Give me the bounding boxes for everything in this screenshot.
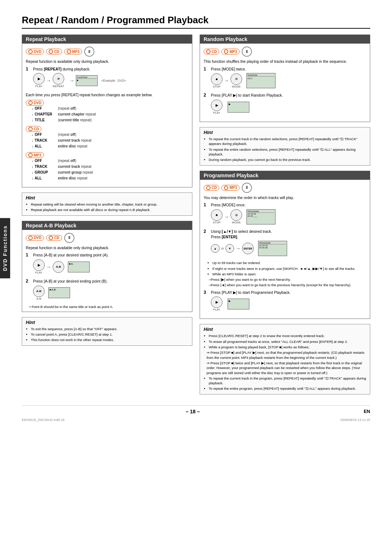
prog-hint-4: ⇒ Press [STOP ■] and [PLAY ▶] next, so t… [207,350,366,360]
cd-off-row: ↓ OFF (repeat off) [32,132,188,138]
random-step2-diagram: ▶ PLAY ▶ [211,100,366,114]
prog-notes-list: Up to 99 tracks can be ordered. If eight… [207,260,366,287]
prog-step3-text: Press [PLAY ▶] to start Programmed Playb… [211,290,366,295]
ab-button-icon: A-B [53,261,64,273]
prog-or-text: or [221,247,224,250]
random-step2-num: 2 [204,93,209,98]
prog-play-screen: ▶ [228,299,249,309]
mp3-all-row: ↓ ALL entire disc repeat [32,175,188,181]
arrow1: → [46,78,51,84]
ab-hint-3: This function does not work in the other… [31,337,188,342]
repeat-playback-header: Repeat Playback [22,35,192,44]
repeat-media-icons: DVD CD MP3 🎛 [26,46,188,57]
play-btn-group: ▶ PLAY [33,73,45,88]
random-stop-icon: ■ [211,73,222,85]
dvd-group-badge: DVD [26,100,188,106]
repeat-ab-header: Repeat A-B Playback [22,221,192,230]
mp3-track-key: TRACK [35,164,57,170]
random-step1: 1 Press [MODE] twice. ■ STOP → ⊙ MODE [204,66,366,90]
prog-step2-content: Using [▲/▼] to select desired track.Pres… [211,229,366,258]
dvd-off-row: ↓ OFF (repeat off) [32,106,188,112]
repeat-hint-list: Repeat setting will be cleared when movi… [26,202,188,212]
side-tab: DVD Functions [0,218,10,278]
ab-step2-text: Press [A-B] at your desired ending point… [33,279,188,284]
ab-hint-box: Hint To exit the sequence, press [A-B] s… [22,317,192,346]
repeat-step1: 1 Press [REPEAT] during playback. ▶ PLAY… [26,66,188,90]
mp3-off-key: OFF [35,158,57,164]
prog-step3-content: Press [PLAY ▶] to start Programmed Playb… [211,290,366,313]
ab-step2-num: 2 [26,279,31,284]
step1-diagram: ▶ PLAY → ⟳ REPEAT → CHAPTER ▶ [33,73,188,88]
prog-step1-num: 1 [204,202,209,207]
dvd-chapter-key: CHAPTER [35,112,57,117]
random-stop-group: ■ STOP [211,73,222,88]
random-playback-body: CD MP3 🎛 This function shuffles the play… [200,44,370,122]
random-hint-1: To repeat the current track in the rando… [209,137,366,146]
prog-hint-list: Press [CLEAR/C.RESET] at step 2 to erase… [204,333,366,391]
ab-hint-title: Hint [26,320,188,325]
prog-enter-icon: ENTER [242,243,254,254]
ab-intro: Repeat function is available only during… [26,245,188,251]
right-column: Random Playback CD MP3 🎛 This function s… [200,35,370,400]
prog-down-group: ▼ [225,244,234,253]
lang-label: EN [364,409,370,414]
repeat-hint-box: Hint Repeat setting will be cleared when… [22,193,192,216]
doc-id: E8A00UD_E8C00UD.indd 18 [22,418,65,422]
ab-remote-icon: 🎛 [64,233,74,243]
random-play-group: ▶ PLAY [211,100,222,114]
prog-step2-text: Using [▲/▼] to select desired track.Pres… [211,229,366,239]
prog-step1: 1 Press [MODE] once. ■ STOP → ⊙ MODE [204,202,366,226]
prog-step3-diagram: ▶ PLAY ▶ [211,296,366,311]
random-mp3-badge: MP3 [221,49,240,54]
repeat-hint-1: Repeat setting will be cleared when movi… [31,202,188,207]
left-column: Repeat Playback DVD CD MP3 🎛 Repeat func… [22,35,192,400]
cd-all-desc: entire disc repeat [58,143,87,149]
mp3-badge: MP3 [64,49,82,54]
prog-up-group: ▲ [211,244,220,253]
repeat-btn-group: ⟳ REPEAT [53,73,64,88]
prog-hint-7: To repeat the entire program, press [REP… [209,386,366,391]
prog-note-1: Up to 99 tracks can be ordered. [212,260,366,265]
repeat-ab-section: Repeat A-B Playback DVD CD 🎛 Repeat func… [22,221,192,312]
step1-content: Press [REPEAT] during playback. ▶ PLAY →… [33,66,188,90]
random-step1-diagram: ■ STOP → ⊙ MODE RANDOM CD 1 [211,73,366,88]
dvd-modes-list: ↓ OFF (repeat off) ↓ CHAPTER current cha… [32,106,188,123]
prog-mode-icon: ⊙ [230,209,242,221]
random-display-screen: RANDOM CD 1 [246,73,275,88]
ab-btn2-group: A-B A-B [33,285,45,300]
random-intro: This function shuffles the playing order… [204,59,366,64]
repeat-playback-body: DVD CD MP3 🎛 Repeat function is availabl… [22,44,192,187]
page-footer: – 18 – EN [22,405,370,414]
repeat-ab-body: DVD CD 🎛 Repeat function is available on… [22,230,192,312]
ab-note: • Point B should be in the same title or… [29,305,188,309]
cd-badge2: CD [26,126,41,132]
random-arrow1: → [224,78,229,84]
prog-step3-num: 3 [204,290,209,295]
cd-track-row: ↓ TRACK current track repeat [32,138,188,143]
mp3-off-desc: (repeat off) [58,158,77,164]
cd-all-row: ↓ ALL entire disc repeat [32,143,188,149]
ab-play-icon: ▶ [33,259,45,271]
random-playback-header: Random Playback [200,35,370,44]
random-step1-content: Press [MODE] twice. ■ STOP → ⊙ MODE [211,66,366,90]
random-playback-section: Random Playback CD MP3 🎛 This function s… [200,35,370,122]
prog-stop-icon: ■ [211,209,222,221]
ab-button2-icon: A-B [33,285,45,297]
mp3-modes-list: ↓ OFF (repeat off) ↓ TRACK current track… [32,158,188,181]
mp3-off-row: ↓ OFF (repeat off) [32,158,188,164]
ab-screen2: ■ A-B [48,287,70,298]
prog-note-5: –Press [◄] when you want to go back to t… [209,283,366,287]
repeat-change-note: Each time you press [REPEAT] repeat func… [26,92,188,98]
random-step2-text: Press [PLAY ▶] to start Random Playback. [211,93,366,98]
prog-media-icons: CD MP3 🎛 [204,183,366,193]
ab-hint-2: To cancel point A, press [CLEAR/C.RESET]… [31,332,188,337]
repeat-intro: Repeat function is available only during… [26,59,188,64]
cd-badge: CD [46,49,62,54]
prog-stop-group: ■ STOP [211,209,222,224]
random-play-screen: ▶ [228,102,249,113]
ab-step2-content: Press [A-B] at your desired ending point… [33,279,188,302]
cd-track-desc: current track repeat [58,138,91,143]
ab-btn-group: A-B [53,261,64,273]
prog-mode-group: ⊙ MODE [230,209,242,224]
cd-modes-group: CD ↓ OFF (repeat off) ↓ TRACK current tr… [26,126,188,149]
